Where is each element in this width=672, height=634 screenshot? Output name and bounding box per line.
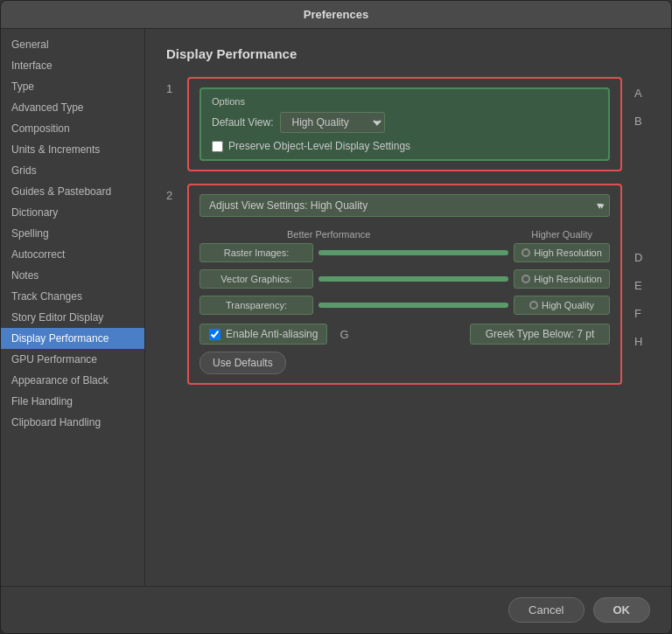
sidebar-item-gpu-performance[interactable]: GPU Performance bbox=[1, 349, 144, 370]
section1-number: 1 bbox=[166, 82, 180, 95]
section1-row: 1 Options Default View: High Quality Typ… bbox=[166, 77, 650, 171]
letter-g: G bbox=[340, 328, 348, 341]
ok-button[interactable]: OK bbox=[593, 597, 651, 623]
sidebar-item-autocorrect[interactable]: Autocorrect bbox=[1, 244, 144, 265]
greek-type-box[interactable]: Greek Type Below: 7 pt bbox=[470, 324, 610, 345]
adjust-view-select-wrapper[interactable]: Adjust View Settings: High Quality ▾ bbox=[200, 194, 610, 217]
preserve-row: Preserve Object-Level Display Settings bbox=[212, 140, 598, 152]
adjust-view-select[interactable]: Adjust View Settings: High Quality ▾ bbox=[200, 194, 610, 217]
sidebar-item-units-&-increments[interactable]: Units & Increments bbox=[1, 139, 144, 160]
default-view-select-wrapper[interactable]: High Quality Typical Fast Display bbox=[280, 112, 385, 133]
sidebar-item-clipboard-handling[interactable]: Clipboard Handling bbox=[1, 412, 144, 433]
sidebar-item-type[interactable]: Type bbox=[1, 76, 144, 97]
enable-aa-box: Enable Anti-aliasing bbox=[200, 324, 327, 345]
raster-slider-row: Raster Images: High Resolution bbox=[200, 243, 610, 262]
letter-e: E bbox=[634, 271, 650, 299]
section1-letters: A B bbox=[634, 79, 650, 135]
raster-label: Raster Images: bbox=[200, 243, 313, 262]
use-defaults-button[interactable]: Use Defaults bbox=[200, 352, 286, 374]
bottom-controls: Enable Anti-aliasing G Greek Type Below:… bbox=[200, 324, 610, 345]
transparency-radio bbox=[529, 301, 538, 310]
sidebar-item-appearance-of-black[interactable]: Appearance of Black bbox=[1, 370, 144, 391]
dialog-body: GeneralInterfaceTypeAdvanced TypeComposi… bbox=[1, 29, 671, 586]
sidebar-item-story-editor-display[interactable]: Story Editor Display bbox=[1, 307, 144, 328]
perf-header: Better Performance bbox=[287, 229, 370, 240]
vector-label: Vector Graphics: bbox=[200, 269, 313, 289]
sidebar-item-display-performance[interactable]: Display Performance bbox=[1, 328, 144, 349]
vector-value: High Resolution bbox=[514, 269, 610, 289]
letter-h: H bbox=[634, 327, 650, 355]
section2-number: 2 bbox=[166, 189, 180, 202]
transparency-value: High Quality bbox=[514, 296, 610, 315]
enable-aa-label: Enable Anti-aliasing bbox=[226, 328, 318, 340]
preserve-label: Preserve Object-Level Display Settings bbox=[228, 140, 410, 152]
raster-value: High Resolution bbox=[514, 243, 610, 262]
sidebar-item-general[interactable]: General bbox=[1, 34, 144, 55]
greek-type-label: Greek Type Below: bbox=[486, 328, 574, 340]
sidebar: GeneralInterfaceTypeAdvanced TypeComposi… bbox=[1, 29, 145, 586]
default-view-label: Default View: bbox=[212, 116, 273, 129]
vector-slider-row: Vector Graphics: High Resolution bbox=[200, 269, 610, 289]
page-title: Display Performance bbox=[166, 46, 650, 61]
adjust-view-row: Adjust View Settings: High Quality ▾ bbox=[200, 194, 610, 217]
sidebar-item-composition[interactable]: Composition bbox=[1, 118, 144, 139]
quality-header: Higher Quality bbox=[531, 229, 592, 240]
sidebar-item-track-changes[interactable]: Track Changes bbox=[1, 286, 144, 307]
section2-row: 2 Adjust View Settings: High Quality ▾ bbox=[166, 184, 650, 385]
sidebar-item-notes[interactable]: Notes bbox=[1, 265, 144, 286]
section2-letters: D E F H bbox=[634, 184, 650, 355]
sidebar-item-file-handling[interactable]: File Handling bbox=[1, 391, 144, 412]
dialog-title: Preferences bbox=[304, 8, 368, 21]
preferences-dialog: Preferences GeneralInterfaceTypeAdvanced… bbox=[0, 0, 672, 634]
vector-slider[interactable] bbox=[318, 276, 508, 282]
letter-f: F bbox=[634, 299, 650, 327]
sidebar-item-interface[interactable]: Interface bbox=[1, 55, 144, 76]
cancel-button[interactable]: Cancel bbox=[508, 597, 584, 623]
options-label: Options bbox=[212, 96, 598, 107]
footer: Cancel OK bbox=[1, 586, 671, 633]
default-view-select[interactable]: High Quality Typical Fast Display bbox=[280, 112, 385, 133]
options-inner-box: Options Default View: High Quality Typic… bbox=[200, 87, 610, 161]
section1-box: Options Default View: High Quality Typic… bbox=[187, 77, 622, 171]
sidebar-item-spelling[interactable]: Spelling bbox=[1, 223, 144, 244]
vector-radio bbox=[522, 275, 530, 283]
preserve-checkbox[interactable] bbox=[212, 141, 223, 152]
sidebar-item-guides-&-pasteboard[interactable]: Guides & Pasteboard bbox=[1, 181, 144, 202]
greek-type-value: 7 pt bbox=[577, 328, 594, 340]
sidebar-item-advanced-type[interactable]: Advanced Type bbox=[1, 97, 144, 118]
raster-slider[interactable] bbox=[318, 250, 508, 255]
title-bar: Preferences bbox=[1, 1, 671, 29]
default-view-row: Default View: High Quality Typical Fast … bbox=[212, 112, 598, 133]
sidebar-item-dictionary[interactable]: Dictionary bbox=[1, 202, 144, 223]
perf-quality-headers: Better Performance Higher Quality bbox=[200, 229, 610, 243]
transparency-slider-row: Transparency: High Quality bbox=[200, 296, 610, 315]
transparency-label: Transparency: bbox=[200, 296, 313, 315]
sidebar-item-grids[interactable]: Grids bbox=[1, 160, 144, 181]
raster-radio bbox=[522, 248, 530, 257]
content-area: Display Performance 1 Options Default Vi… bbox=[145, 29, 671, 586]
letter-d: D bbox=[634, 243, 650, 271]
letter-a: A bbox=[634, 79, 650, 107]
enable-aa-checkbox[interactable] bbox=[209, 329, 220, 340]
transparency-slider[interactable] bbox=[318, 303, 508, 308]
letter-b: B bbox=[634, 107, 650, 135]
section2-box: Adjust View Settings: High Quality ▾ Bet… bbox=[187, 184, 622, 385]
